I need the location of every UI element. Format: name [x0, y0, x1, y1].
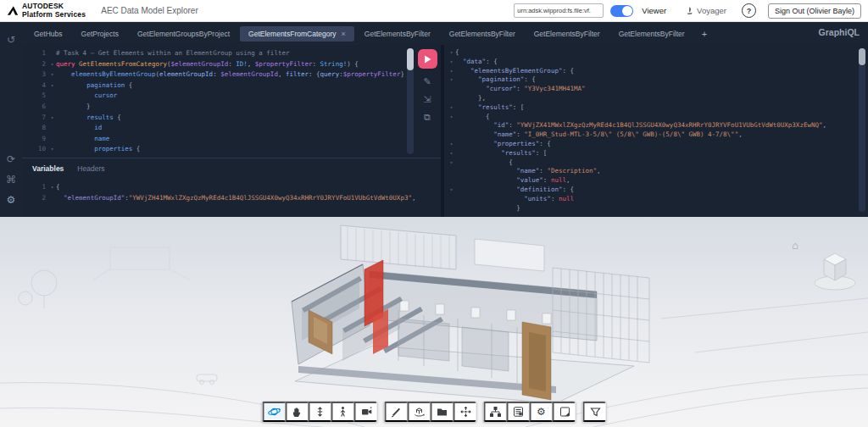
navigation-tools-group	[262, 401, 378, 423]
model-tools-group	[384, 401, 477, 423]
editor-toolbar: ✎ ⇲ ⧉	[415, 49, 439, 122]
tab-headers[interactable]: Headers	[77, 164, 104, 173]
prettify-icon[interactable]: ✎	[423, 77, 431, 86]
building-model[interactable]	[292, 225, 649, 403]
execute-query-button[interactable]	[418, 49, 437, 69]
sign-out-button[interactable]: Sign Out (Olivier Bayle)	[768, 3, 861, 19]
tab-variables[interactable]: Variables	[32, 164, 64, 173]
autodesk-mark-icon	[7, 5, 19, 16]
settings-icon[interactable]: ⚙	[7, 194, 16, 206]
response-scrollbar[interactable]	[859, 48, 865, 212]
pan-icon[interactable]	[286, 402, 309, 422]
tab-getelementgroupsbyproject[interactable]: GetElementGroupsByProject	[129, 26, 238, 42]
orbit-icon[interactable]	[263, 402, 286, 422]
urn-input[interactable]	[514, 3, 604, 18]
viewer-toggle-label: Viewer	[642, 6, 666, 15]
tab-getprojects[interactable]: GetProjects	[73, 26, 127, 42]
viewer-canvas[interactable]	[0, 217, 868, 427]
measure-icon[interactable]	[385, 402, 408, 422]
voyager-label: Voyager	[697, 6, 726, 15]
filter-group	[582, 401, 607, 423]
tab-getelementsbyfilter[interactable]: GetElementsByFilter	[356, 26, 439, 42]
add-tab-button[interactable]: +	[695, 25, 714, 42]
tab-getelementsbyfilter[interactable]: GetElementsByFilter	[441, 26, 524, 42]
graphiql-sidebar: ↺ ⟳ ⌘ ⚙	[0, 22, 22, 217]
query-pane: 1# Task 4 — Get Elements within an Eleme…	[22, 45, 441, 217]
folder-icon[interactable]	[431, 402, 453, 422]
response-viewer: ▾{▾ "data": {▾ "elementsByElementGroup":…	[448, 48, 854, 217]
fullscreen-icon[interactable]	[553, 402, 576, 422]
viewer-toggle[interactable]	[610, 5, 633, 17]
query-tab-bar: GetHubsGetProjectsGetElementGroupsByProj…	[22, 22, 868, 45]
query-editor[interactable]: 1# Task 4 — Get Elements within an Eleme…	[22, 45, 441, 158]
first-person-icon[interactable]	[331, 402, 354, 422]
filter-icon[interactable]	[583, 402, 606, 422]
query-code[interactable]: 1# Task 4 — Get Elements within an Eleme…	[22, 48, 403, 158]
voyager-link[interactable]: Voyager	[685, 6, 726, 15]
autodesk-logo: AUTODESK Platform Services	[7, 3, 86, 19]
tab-getelementsbyfilter[interactable]: GetElementsByFilter	[610, 26, 693, 42]
variables-editor[interactable]: 1▾{2 "elementGroupId":"YWVjZH41MWxlZXgzQ…	[22, 177, 441, 203]
variables-panel: VariablesHeaders 1▾{2 "elementGroupId":"…	[22, 158, 441, 217]
tab-close-icon[interactable]: ×	[342, 30, 346, 38]
tab-getelementsfromcategory[interactable]: GetElementsFromCategory×	[240, 26, 354, 42]
keyboard-shortcuts-icon[interactable]: ⌘	[6, 174, 16, 186]
tab-getelementsbyfilter[interactable]: GetElementsByFilter	[526, 26, 609, 42]
help-button[interactable]: ?	[742, 3, 756, 18]
model-browser-icon[interactable]	[484, 402, 507, 422]
viewer-toolbar: ⚙	[262, 401, 607, 423]
properties-icon[interactable]	[507, 402, 530, 422]
settings-tools-group: ⚙	[483, 401, 576, 423]
response-pane: ▾{▾ "data": {▾ "elementsByElementGroup":…	[444, 45, 868, 217]
voyager-icon	[685, 6, 694, 15]
graphiql-logo: GraphiQL	[819, 27, 860, 37]
model-viewer[interactable]: ⌂	[0, 217, 868, 427]
editor-scrollbar[interactable]	[407, 48, 414, 154]
page-title: AEC Data Model Explorer	[101, 6, 198, 15]
settings-icon-viewer[interactable]: ⚙	[530, 402, 553, 422]
graphiql-panel: ↺ ⟳ ⌘ ⚙ GetHubsGetProjectsGetElementGrou…	[0, 22, 868, 217]
explode-icon[interactable]	[453, 402, 476, 422]
history-icon[interactable]: ↺	[7, 34, 15, 46]
view-cube[interactable]	[812, 244, 858, 293]
copy-query-icon[interactable]: ⧉	[424, 113, 431, 122]
brand-text: AUTODESK Platform Services	[22, 3, 86, 19]
tab-gethubs[interactable]: GetHubs	[25, 26, 71, 42]
re-fetch-schema-icon[interactable]: ⟳	[7, 153, 15, 165]
section-analysis-icon[interactable]	[408, 402, 431, 422]
home-view-icon[interactable]: ⌂	[792, 239, 798, 252]
merge-fragments-icon[interactable]: ⇲	[423, 95, 431, 104]
variables-tab-bar: VariablesHeaders	[22, 158, 441, 177]
top-bar: AUTODESK Platform Services AEC Data Mode…	[0, 0, 868, 22]
zoom-icon[interactable]	[309, 402, 331, 422]
camera-icon[interactable]	[354, 402, 377, 422]
